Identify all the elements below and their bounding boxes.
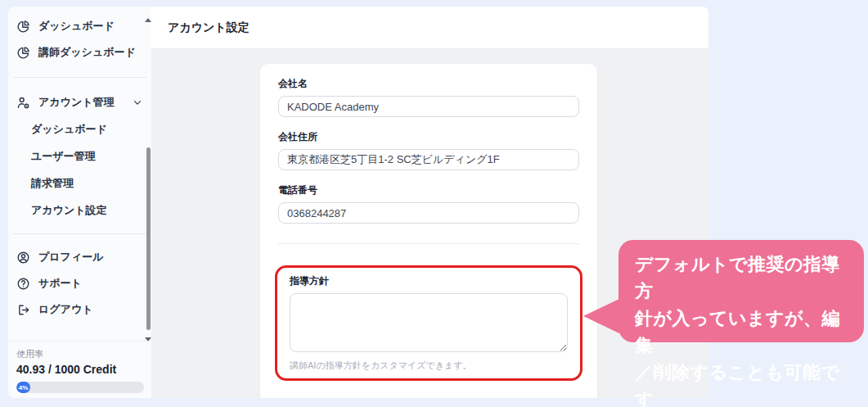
- sidebar-subitem-user-management[interactable]: ユーザー管理: [8, 142, 151, 170]
- sidebar-subitem-account-settings[interactable]: アカウント設定: [8, 197, 151, 224]
- user-gear-icon: [16, 96, 30, 110]
- sidebar-item-account-management[interactable]: アカウント管理: [8, 89, 151, 115]
- page-title: アカウント設定: [168, 20, 250, 35]
- usage-credit-value: 40.93 / 1000 Credit: [16, 363, 143, 376]
- phone-input[interactable]: [278, 202, 579, 224]
- usage-progress-bar: 4%: [16, 382, 144, 393]
- app-window: ダッシュボード 講師ダッシュボード アカウント管理: [8, 7, 708, 398]
- callout-text: デフォルトで推奨の指導方 針が入っていますが、編集 ／削除することも可能です: [635, 251, 854, 407]
- account-settings-form-card: 会社名 会社住所 電話番号 指導方針 講師AIの指導方針をカスタマイズできます。: [260, 64, 597, 398]
- company-name-input[interactable]: [278, 96, 579, 117]
- sidebar-item-support[interactable]: サポート: [8, 270, 151, 296]
- logout-icon: [16, 303, 30, 317]
- sidebar-item-instructor-dashboard[interactable]: 講師ダッシュボード: [8, 39, 151, 66]
- company-name-field-group: 会社名: [278, 77, 579, 117]
- page-header: アカウント設定: [151, 7, 708, 49]
- sidebar-subitem-billing-management[interactable]: 請求管理: [8, 170, 151, 197]
- sidebar-divider: [13, 233, 146, 234]
- sidebar-item-label: ログアウト: [38, 302, 93, 317]
- company-name-label: 会社名: [278, 77, 579, 91]
- sidebar-item-logout[interactable]: ログアウト: [8, 296, 151, 323]
- company-address-field-group: 会社住所: [278, 130, 579, 170]
- company-address-label: 会社住所: [278, 130, 579, 144]
- pie-chart-icon: [16, 46, 30, 60]
- screenshot-canvas: ダッシュボード 講師ダッシュボード アカウント管理: [0, 0, 868, 407]
- annotation-callout-bubble: デフォルトで推奨の指導方 針が入っていますが、編集 ／削除することも可能です: [618, 240, 864, 342]
- form-divider: [278, 243, 579, 244]
- sidebar-subitem-label: アカウント設定: [31, 203, 107, 218]
- callout-arrow-left-icon: [583, 299, 619, 333]
- sidebar-item-label: 講師ダッシュボード: [38, 45, 136, 60]
- usage-panel: 使用率 40.93 / 1000 Credit 4%: [8, 341, 151, 398]
- sidebar-subitem-dashboard[interactable]: ダッシュボード: [8, 115, 151, 142]
- sidebar: ダッシュボード 講師ダッシュボード アカウント管理: [8, 7, 151, 398]
- user-circle-icon: [16, 251, 30, 265]
- policy-label: 指導方針: [290, 274, 568, 288]
- policy-helper-text: 講師AIの指導方針をカスタマイズできます。: [290, 360, 568, 372]
- chevron-down-icon: [132, 97, 143, 108]
- sidebar-item-label: サポート: [38, 276, 82, 291]
- sidebar-item-label: アカウント管理: [38, 95, 115, 110]
- usage-progress-fill: 4%: [16, 382, 30, 393]
- company-address-input[interactable]: [278, 149, 579, 170]
- sidebar-subitem-label: 請求管理: [31, 176, 74, 191]
- scrollbar-up-arrow-icon[interactable]: [145, 18, 151, 22]
- usage-label: 使用率: [16, 348, 143, 360]
- policy-highlight-annotation: 指導方針 講師AIの指導方針をカスタマイズできます。: [275, 265, 582, 381]
- question-circle-icon: [16, 277, 30, 291]
- policy-textarea[interactable]: [290, 293, 568, 352]
- sidebar-item-label: ダッシュボード: [38, 19, 115, 34]
- sidebar-nav: ダッシュボード 講師ダッシュボード アカウント管理: [8, 7, 151, 323]
- sidebar-item-profile[interactable]: プロフィール: [8, 244, 151, 270]
- pie-chart-icon: [16, 20, 30, 34]
- sidebar-subitem-label: ユーザー管理: [31, 149, 96, 164]
- sidebar-divider: [13, 77, 146, 78]
- phone-field-group: 電話番号: [278, 183, 579, 224]
- sidebar-scrollbar-thumb[interactable]: [146, 147, 151, 330]
- sidebar-subitem-label: ダッシュボード: [31, 122, 107, 137]
- sidebar-item-dashboard[interactable]: ダッシュボード: [8, 13, 151, 39]
- phone-label: 電話番号: [278, 183, 579, 197]
- sidebar-item-label: プロフィール: [38, 250, 104, 265]
